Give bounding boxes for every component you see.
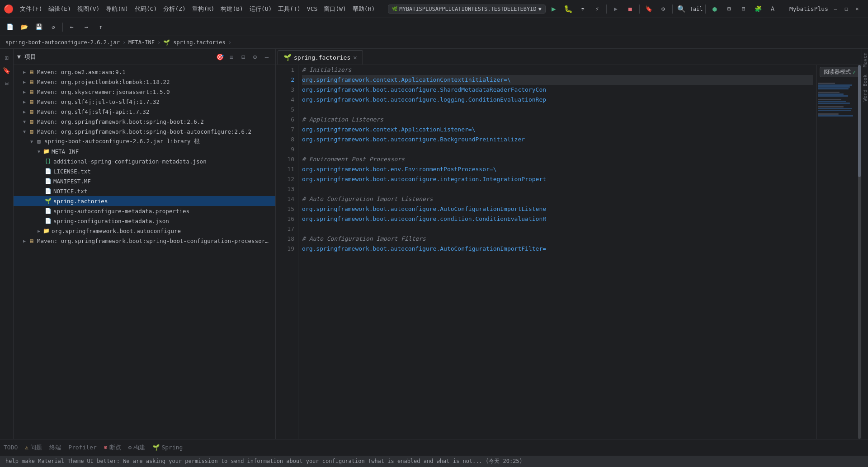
tree-item-org-springframework[interactable]: ▶ 📁 org.springframework.boot.autoconfigu… bbox=[14, 226, 275, 236]
tree-item-spring-factories[interactable]: 🌱 spring.factories bbox=[14, 196, 275, 206]
minimize-button[interactable]: — bbox=[832, 5, 839, 13]
tab-close-button[interactable]: ✕ bbox=[353, 54, 357, 61]
tree-item-maven-jsonassert[interactable]: ▶ ▤ Maven: org.skyscreamer:jsonassert:1.… bbox=[14, 87, 275, 97]
bottom-breakpoints[interactable]: ⊕ 断点 bbox=[104, 444, 121, 452]
bottom-spring[interactable]: 🌱 Spring bbox=[152, 444, 183, 451]
wordbook-panel-label[interactable]: Word Book bbox=[861, 71, 868, 105]
panel-tool-settings[interactable]: ⚙ bbox=[250, 52, 260, 62]
breadcrumb-jar[interactable]: spring-boot-autoconfigure-2.6.2.jar bbox=[5, 39, 120, 46]
tree-item-license[interactable]: 📄 LICENSE.txt bbox=[14, 166, 275, 176]
menu-code[interactable]: 代码(C) bbox=[132, 4, 160, 14]
panel-toolbar: 🎯 ≡ ⊟ ⚙ — bbox=[215, 52, 272, 62]
app-name: MybatisPlus bbox=[789, 5, 828, 12]
minimap-scrollbar[interactable] bbox=[858, 65, 861, 439]
menu-file[interactable]: 文件(F) bbox=[17, 4, 45, 14]
sidebar-icon-structure[interactable]: ⊞ bbox=[1, 52, 12, 63]
run-config-selector[interactable]: 🌿 MYBATISPLUSAPPLICATIONTESTS.TESTDELETE… bbox=[388, 5, 546, 14]
tree-item-maven-config-processor[interactable]: ▶ ▤ Maven: org.springframework.boot:spri… bbox=[14, 236, 275, 246]
tree-item-maven-autoconfigure[interactable]: ▼ ▤ Maven: org.springframework.boot:spri… bbox=[14, 126, 275, 136]
up-button[interactable]: ↑ bbox=[94, 21, 107, 33]
tree-item-spring-autoconfigure-metadata[interactable]: 📄 spring-autoconfigure-metadata.properti… bbox=[14, 206, 275, 216]
bottom-todo[interactable]: TODO bbox=[4, 444, 18, 451]
stop-button[interactable]: ■ bbox=[624, 3, 637, 15]
menu-navigate[interactable]: 导航(N) bbox=[103, 4, 131, 14]
menu-run[interactable]: 运行(U) bbox=[247, 4, 274, 14]
minimap-line bbox=[818, 97, 861, 98]
menu-analyze[interactable]: 分析(Z) bbox=[160, 4, 188, 14]
tree-item-maven-slf4j[interactable]: ▶ ▤ Maven: org.slf4j:slf4j-api:1.7.32 bbox=[14, 107, 275, 117]
profile-button[interactable]: ⚡ bbox=[591, 3, 604, 15]
bookmark-button[interactable]: 🔖 bbox=[642, 3, 655, 15]
breadcrumb-metainf[interactable]: META-INF bbox=[128, 39, 155, 46]
run2-button[interactable]: ▶ bbox=[609, 3, 622, 15]
save-button[interactable]: 💾 bbox=[33, 21, 45, 33]
menu-edit[interactable]: 编辑(E) bbox=[46, 4, 73, 14]
table-button[interactable]: ⊟ bbox=[737, 3, 750, 15]
code-area[interactable]: # Initializers org.springframework.conte… bbox=[298, 65, 816, 439]
bottom-profiler[interactable]: Profiler bbox=[68, 444, 97, 451]
run-button[interactable]: ▶ bbox=[547, 3, 560, 15]
code-line-11: org.springframework.boot.env.Environment… bbox=[302, 164, 813, 174]
menu-build[interactable]: 构建(B) bbox=[218, 4, 245, 14]
menu-refactor[interactable]: 重构(R) bbox=[189, 4, 217, 14]
refresh-button[interactable]: ↺ bbox=[47, 21, 60, 33]
search-button[interactable]: 🔍 bbox=[675, 3, 688, 15]
tail-button[interactable]: Tail bbox=[690, 3, 703, 15]
bottom-build[interactable]: ⚙ 构建 bbox=[128, 444, 146, 452]
bottom-terminal[interactable]: 终端 bbox=[49, 444, 61, 452]
maven-panel-label[interactable]: Maven bbox=[861, 49, 868, 71]
forward-button[interactable]: → bbox=[80, 21, 93, 33]
dot-green[interactable]: ● bbox=[708, 3, 721, 15]
tree-arrow: ▶ bbox=[21, 88, 28, 95]
tree-item-maven-springboot[interactable]: ▼ ▤ Maven: org.springframework.boot:spri… bbox=[14, 117, 275, 126]
translate-button[interactable]: Ａ bbox=[766, 3, 779, 15]
panel-tool-expand[interactable]: ≡ bbox=[226, 52, 236, 62]
profiler-label: Profiler bbox=[68, 444, 97, 451]
back-button[interactable]: ← bbox=[66, 21, 78, 33]
close-button[interactable]: ✕ bbox=[854, 5, 861, 13]
panel-tool-collapse[interactable]: ⊟ bbox=[238, 52, 248, 62]
tree-item-additional-json[interactable]: {} additional-spring-configuration-metad… bbox=[14, 156, 275, 166]
maximize-button[interactable]: □ bbox=[843, 5, 850, 13]
tree-item-manifest[interactable]: 📄 MANIFEST.MF bbox=[14, 176, 275, 186]
sidebar-icon-bookmark[interactable]: 🔖 bbox=[1, 65, 12, 76]
tree-item-maven-jul[interactable]: ▶ ▤ Maven: org.slf4j:jul-to-slf4j:1.7.32 bbox=[14, 97, 275, 107]
open-button[interactable]: 📂 bbox=[18, 21, 31, 33]
maven-icon: ▤ bbox=[28, 237, 35, 244]
breadcrumb-factories[interactable]: spring.factories bbox=[173, 39, 226, 46]
minimap-line bbox=[818, 113, 839, 115]
tree-item-spring-config-metadata[interactable]: 📄 spring-configuration-metadata.json bbox=[14, 216, 275, 226]
tab-spring-factories[interactable]: 🌱 spring.factories ✕ bbox=[278, 50, 363, 65]
tree-label: META-INF bbox=[52, 148, 272, 155]
panel-tool-locate[interactable]: 🎯 bbox=[215, 52, 225, 62]
line-num-4: 4 bbox=[279, 95, 294, 105]
txt-icon: 📄 bbox=[44, 187, 52, 195]
menu-vcs[interactable]: VCS bbox=[304, 5, 320, 13]
tree-item-jar-root[interactable]: ▼ ▤ spring-boot-autoconfigure-2.6.2.jar … bbox=[14, 136, 275, 146]
minimap-line bbox=[818, 108, 852, 109]
tree-item-notice[interactable]: 📄 NOTICE.txt bbox=[14, 186, 275, 196]
menu-view[interactable]: 视图(V) bbox=[75, 4, 102, 14]
menu-help[interactable]: 帮助(H) bbox=[350, 4, 377, 14]
puzzle-button[interactable]: 🧩 bbox=[752, 3, 764, 15]
coverage-button[interactable]: ☂ bbox=[576, 3, 589, 15]
line-num-13: 13 bbox=[279, 184, 294, 194]
settings-button[interactable]: ⚙ bbox=[657, 3, 670, 15]
code-line-14: # Auto Configuration Import Listeners bbox=[302, 194, 813, 204]
sidebar-icon-group[interactable]: ⊟ bbox=[1, 78, 12, 89]
tree-item-metainf[interactable]: ▼ 📁 META-INF bbox=[14, 146, 275, 156]
new-file-button[interactable]: 📄 bbox=[4, 21, 16, 33]
tree-item-maven-lombok[interactable]: ▶ ▤ Maven: org.projectlombok:lombok:1.18… bbox=[14, 77, 275, 87]
tree-item-maven-asm[interactable]: ▶ ▤ Maven: org.ow2.asm:asm:9.1 bbox=[14, 67, 275, 77]
code-text: # Initializers bbox=[302, 65, 352, 75]
menu-tools[interactable]: 工具(T) bbox=[275, 4, 303, 14]
reader-mode-button[interactable]: 阅读器模式 ✓ bbox=[820, 67, 860, 77]
tree-arrow: ▶ bbox=[21, 68, 28, 75]
dot: . bbox=[312, 75, 316, 85]
debug-button[interactable]: 🐛 bbox=[562, 3, 575, 15]
menu-window[interactable]: 窗口(W) bbox=[321, 4, 349, 14]
grid-button[interactable]: ⊞ bbox=[723, 3, 736, 15]
bottom-issues[interactable]: ⚠ 问题 bbox=[25, 444, 42, 452]
minimap-line bbox=[818, 95, 848, 97]
panel-tool-minimize[interactable]: — bbox=[262, 52, 272, 62]
